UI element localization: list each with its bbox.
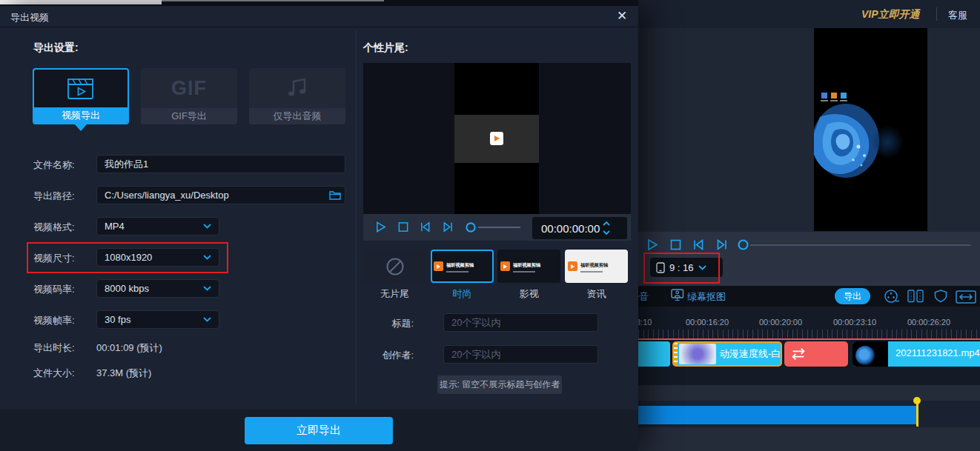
- desktop-icon-label: [830, 100, 838, 101]
- skip-start-icon[interactable]: [692, 238, 705, 251]
- chevron-down-icon: [203, 286, 211, 291]
- template-none[interactable]: [363, 250, 426, 283]
- stop-icon[interactable]: [669, 238, 682, 251]
- desktop-icon: [841, 93, 847, 98]
- timecode-spinner[interactable]: [602, 220, 611, 236]
- skip-end-icon[interactable]: [442, 221, 454, 233]
- clip-thumbnail: [679, 344, 716, 364]
- timeline-row: [638, 385, 980, 401]
- tab-video-export[interactable]: 视频导出: [33, 68, 129, 124]
- annotation-video-size: [27, 242, 228, 273]
- video-format-dropdown[interactable]: MP4: [96, 217, 219, 235]
- desktop-icon: [831, 93, 837, 98]
- playhead-line[interactable]: [916, 398, 918, 427]
- timeline-scrollbar[interactable]: [638, 406, 917, 424]
- film-reel-icon[interactable]: [884, 289, 900, 304]
- split-panels-icon[interactable]: [907, 290, 924, 303]
- template-label-news: 资讯: [565, 287, 628, 301]
- seek-slider-track[interactable]: [478, 227, 520, 228]
- duration-value: 00:01:09 (预计): [96, 341, 162, 355]
- shield-icon[interactable]: [934, 290, 947, 303]
- tab-gif-export[interactable]: GIF GIF导出: [141, 68, 237, 124]
- skip-start-icon[interactable]: [420, 221, 431, 233]
- brand-play-icon: [568, 261, 577, 271]
- timeline-clip[interactable]: [638, 341, 670, 367]
- filename-input[interactable]: [96, 155, 345, 173]
- selected-tab-arrow: [75, 124, 87, 131]
- ruler-tick-label: 00:00:20:00: [759, 318, 802, 327]
- export-now-button[interactable]: 立即导出: [245, 417, 393, 444]
- skip-end-icon[interactable]: [715, 238, 728, 251]
- clip-label: 202111231821.mp4: [895, 347, 980, 358]
- framerate-dropdown[interactable]: 30 fps: [96, 310, 219, 329]
- filesize-value: 37.3M (预计): [96, 367, 151, 380]
- video-format-label: 视频格式:: [33, 221, 75, 234]
- seek-slider-knob[interactable]: [465, 221, 477, 233]
- export-path-input[interactable]: [96, 186, 345, 204]
- video-format-value: MP4: [105, 221, 125, 232]
- ruler-baseline: [638, 338, 980, 340]
- template-fashion[interactable]: 福昕视频剪辑: [431, 250, 494, 283]
- customer-service-button[interactable]: 客服: [948, 9, 967, 22]
- play-icon[interactable]: [375, 221, 387, 233]
- framerate-label: 视频帧率:: [33, 314, 75, 327]
- preview-zone: [638, 28, 980, 232]
- clip-thumbnail: [852, 341, 888, 367]
- stop-icon[interactable]: [397, 221, 409, 233]
- seek-slider-knob[interactable]: [737, 238, 749, 251]
- bitrate-label: 视频码率:: [33, 283, 75, 296]
- ending-video-frame: [454, 63, 539, 214]
- template-news[interactable]: 福昕视频剪辑: [565, 250, 628, 283]
- ending-title-input[interactable]: [443, 313, 598, 332]
- chevron-down-icon: [203, 317, 211, 322]
- play-icon[interactable]: [646, 238, 659, 251]
- app-topbar: [638, 0, 980, 29]
- video-clapper-icon: [67, 77, 95, 101]
- ending-preview: [363, 63, 631, 214]
- annotation-aspect-ratio: [643, 253, 720, 284]
- export-path-label: 导出路径:: [33, 190, 75, 203]
- ending-creator-label: 创作者:: [348, 349, 414, 362]
- settings-heading: 导出设置:: [33, 41, 79, 55]
- dialog-title: 导出视频: [10, 11, 49, 24]
- brand-name: 福昕视频剪辑: [580, 262, 608, 269]
- window-top-line: [162, 0, 384, 1]
- folder-browse-icon[interactable]: [329, 190, 341, 200]
- green-screen-label[interactable]: 绿幕抠图: [687, 290, 726, 304]
- timecode-value: 00:00:00:00: [541, 222, 600, 235]
- bitrate-dropdown[interactable]: 8000 kbps: [96, 279, 219, 298]
- seek-slider-track[interactable]: [750, 244, 970, 246]
- brand-play-icon: [434, 261, 443, 271]
- dialog-titlebar: [0, 6, 638, 27]
- ending-title-label: 标题:: [348, 317, 414, 330]
- tab-label: GIF导出: [141, 108, 237, 124]
- template-label-movie: 影视: [497, 287, 560, 301]
- ruler-tick-label: 00:00:26:20: [907, 318, 950, 327]
- timeline-video-clip[interactable]: 202111231821.mp4: [852, 341, 980, 367]
- desktop-icon: [821, 93, 827, 98]
- green-screen-icon[interactable]: [671, 289, 684, 301]
- transition-swap-icon: [791, 347, 806, 361]
- gif-icon: GIF: [171, 77, 207, 100]
- template-movie[interactable]: 福昕视频剪辑: [497, 250, 560, 283]
- clip-label: 动漫速度线-白: [720, 347, 781, 361]
- vip-upgrade-button[interactable]: VIP立即开通: [861, 8, 920, 21]
- brand-logo: [490, 132, 503, 145]
- export-button[interactable]: 导出: [835, 288, 870, 304]
- filesize-label: 文件大小:: [33, 367, 75, 380]
- clip-trim-handle[interactable]: [674, 343, 678, 365]
- duration-label: 导出时长:: [33, 341, 75, 355]
- tab-audio-export[interactable]: 仅导出音频: [249, 68, 345, 124]
- timeline-transition-clip[interactable]: [784, 341, 848, 367]
- topbar-divider: [936, 7, 937, 21]
- ending-creator-input[interactable]: [443, 345, 598, 364]
- voice-tool[interactable]: 语音: [638, 290, 649, 304]
- template-label-none: 无片尾: [363, 287, 426, 301]
- ruler-tick-label: 00:00:16:20: [686, 318, 729, 327]
- timecode-box[interactable]: 00:00:00:00: [532, 216, 628, 240]
- timeline-ruler[interactable]: [638, 330, 980, 338]
- fit-width-icon[interactable]: [956, 290, 976, 304]
- framerate-value: 30 fps: [105, 314, 130, 325]
- timeline-clip-selected[interactable]: 动漫速度线-白: [672, 341, 782, 367]
- close-icon[interactable]: ✕: [617, 10, 627, 22]
